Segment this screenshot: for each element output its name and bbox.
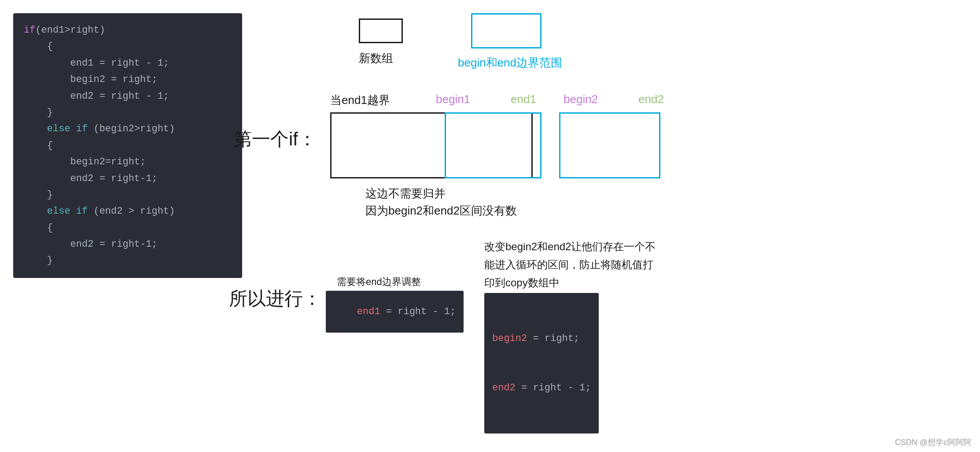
overlap-cyan-rect	[445, 112, 542, 178]
legend-black-label: 新数组	[359, 51, 393, 66]
first-if-label: 第一个if：	[233, 127, 317, 152]
code-snippet-1: end1 = right - 1;	[326, 291, 464, 333]
legend-cyan-box	[471, 13, 542, 48]
change-text: 改变begin2和end2让他们存在一个不 能进入循环的区间，防止将随机值打 印…	[484, 238, 656, 292]
end2-label: end2	[638, 93, 664, 106]
begin1-label: begin1	[436, 93, 470, 106]
adjust-label: 需要将end边界调整	[337, 275, 421, 289]
code-line-3: end1 = right - 1;	[24, 55, 232, 71]
code-line-6: }	[24, 104, 232, 121]
second-cyan-rect	[559, 112, 660, 178]
code-line-8: {	[24, 137, 232, 154]
code-line-9: begin2=right;	[24, 154, 232, 170]
code-line-11: }	[24, 187, 232, 203]
when-label: 当end1越界	[330, 93, 390, 108]
code-line-7: else if (begin2>right)	[24, 121, 232, 137]
code-line-4: begin2 = right;	[24, 71, 232, 88]
code-line-1: if(end1>right)	[24, 22, 232, 38]
code-block: if(end1>right) { end1 = right - 1; begin…	[13, 13, 242, 278]
no-merge-text: 这边不需要归并 因为begin2和end2区间没有数	[365, 185, 517, 219]
code-line-10: end2 = right-1;	[24, 170, 232, 187]
legend-cyan-label: begin和end边界范围	[458, 55, 562, 70]
legend-black-box	[359, 19, 403, 43]
watermark: CSDN @想学c阿阿阿	[895, 437, 971, 448]
code-line-12: else if (end2 > right)	[24, 203, 232, 219]
begin2-label: begin2	[564, 93, 598, 106]
code-line-2: {	[24, 38, 232, 55]
diagram-area: 新数组 begin和end边界范围 第一个if： 当end1越界 begin1 …	[273, 0, 980, 452]
code-line-15: }	[24, 252, 232, 269]
end1-label: end1	[511, 93, 536, 106]
code-line-14: end2 = right-1;	[24, 236, 232, 252]
code-line-13: {	[24, 220, 232, 236]
so-label: 所以进行：	[229, 286, 321, 311]
code-line-5: end2 = right - 1;	[24, 88, 232, 104]
code-snippet-2: begin2 = right; end2 = right - 1;	[484, 293, 599, 433]
